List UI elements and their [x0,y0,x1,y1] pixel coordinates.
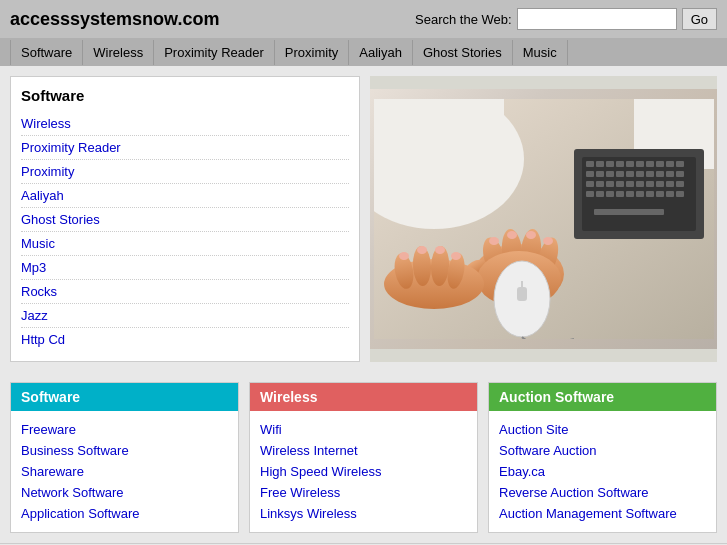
box-header-wireless: Wireless [250,383,477,411]
svg-point-67 [507,231,517,239]
nav-item-proximity[interactable]: Proximity [275,40,349,65]
svg-rect-16 [586,171,594,177]
box-link-wireless-internet[interactable]: Wireless Internet [260,440,467,461]
box-link-free-wireless[interactable]: Free Wireless [260,482,467,503]
search-button[interactable]: Go [682,8,717,30]
nav-item-software[interactable]: Software [10,40,83,65]
svg-rect-39 [616,191,624,197]
svg-rect-29 [616,181,624,187]
svg-rect-2 [374,99,504,199]
bottom-boxes: SoftwareFreewareBusiness SoftwareSharewa… [0,372,727,543]
nav-item-aaliyah[interactable]: Aaliyah [349,40,413,65]
svg-rect-31 [636,181,644,187]
box-link-auction-management-software[interactable]: Auction Management Software [499,503,706,524]
box-link-reverse-auction-software[interactable]: Reverse Auction Software [499,482,706,503]
svg-rect-9 [616,161,624,167]
box-link-auction-site[interactable]: Auction Site [499,419,706,440]
svg-rect-11 [636,161,644,167]
site-title: accesssystemsnow.com [10,9,219,30]
box-link-application-software[interactable]: Application Software [21,503,228,524]
svg-rect-45 [676,191,684,197]
svg-rect-40 [626,191,634,197]
sidebar-link-http-cd[interactable]: Http Cd [21,328,349,351]
sidebar-link-jazz[interactable]: Jazz [21,304,349,328]
box-links-auction-software: Auction SiteSoftware AuctionEbay.caRever… [489,411,716,532]
box-link-freeware[interactable]: Freeware [21,419,228,440]
hero-image [370,89,717,349]
svg-rect-23 [656,171,664,177]
box-link-linksys-wireless[interactable]: Linksys Wireless [260,503,467,524]
svg-rect-46 [594,209,664,215]
sidebar-link-aaliyah[interactable]: Aaliyah [21,184,349,208]
svg-rect-20 [626,171,634,177]
svg-point-64 [435,246,445,254]
sidebar-link-wireless[interactable]: Wireless [21,112,349,136]
box-links-software: FreewareBusiness SoftwareSharewareNetwor… [11,411,238,532]
sidebar-link-music[interactable]: Music [21,232,349,256]
svg-rect-56 [517,287,527,301]
svg-rect-36 [586,191,594,197]
svg-rect-22 [646,171,654,177]
bottom-box-wireless: WirelessWifiWireless InternetHigh Speed … [249,382,478,533]
box-links-wireless: WifiWireless InternetHigh Speed Wireless… [250,411,477,532]
nav-item-proximity-reader[interactable]: Proximity Reader [154,40,275,65]
svg-rect-6 [586,161,594,167]
svg-rect-44 [666,191,674,197]
svg-rect-32 [646,181,654,187]
box-link-ebay.ca[interactable]: Ebay.ca [499,461,706,482]
svg-rect-13 [656,161,664,167]
svg-rect-17 [596,171,604,177]
bottom-box-software: SoftwareFreewareBusiness SoftwareSharewa… [10,382,239,533]
sidebar-link-proximity-reader[interactable]: Proximity Reader [21,136,349,160]
svg-rect-24 [666,171,674,177]
svg-rect-8 [606,161,614,167]
svg-rect-37 [596,191,604,197]
svg-rect-15 [676,161,684,167]
box-header-software: Software [11,383,238,411]
svg-rect-41 [636,191,644,197]
svg-point-62 [399,252,409,260]
svg-rect-43 [656,191,664,197]
search-label: Search the Web: [415,12,512,27]
box-link-software-auction[interactable]: Software Auction [499,440,706,461]
svg-rect-21 [636,171,644,177]
svg-rect-26 [586,181,594,187]
svg-rect-19 [616,171,624,177]
svg-rect-12 [646,161,654,167]
svg-rect-25 [676,171,684,177]
svg-point-63 [417,246,427,254]
svg-rect-28 [606,181,614,187]
svg-rect-35 [676,181,684,187]
box-link-wifi[interactable]: Wifi [260,419,467,440]
sidebar-links: WirelessProximity ReaderProximityAaliyah… [21,112,349,351]
svg-rect-38 [606,191,614,197]
box-link-shareware[interactable]: Shareware [21,461,228,482]
sidebar-link-proximity[interactable]: Proximity [21,160,349,184]
bottom-box-auction-software: Auction SoftwareAuction SiteSoftware Auc… [488,382,717,533]
search-input[interactable] [517,8,677,30]
nav-item-ghost-stories[interactable]: Ghost Stories [413,40,513,65]
svg-rect-10 [626,161,634,167]
sidebar-link-rocks[interactable]: Rocks [21,280,349,304]
svg-point-66 [489,237,499,245]
svg-rect-34 [666,181,674,187]
nav-bar: SoftwareWirelessProximity ReaderProximit… [0,38,727,66]
nav-item-wireless[interactable]: Wireless [83,40,154,65]
box-link-high-speed-wireless[interactable]: High Speed Wireless [260,461,467,482]
header: accesssystemsnow.com Search the Web: Go [0,0,727,38]
search-area: Search the Web: Go [415,8,717,30]
svg-point-69 [543,237,553,245]
svg-rect-27 [596,181,604,187]
box-link-network-software[interactable]: Network Software [21,482,228,503]
svg-rect-30 [626,181,634,187]
nav-item-music[interactable]: Music [513,40,568,65]
svg-point-65 [451,252,461,260]
sidebar-link-ghost-stories[interactable]: Ghost Stories [21,208,349,232]
software-sidebar: Software WirelessProximity ReaderProximi… [10,76,360,362]
sidebar-link-mp3[interactable]: Mp3 [21,256,349,280]
svg-rect-18 [606,171,614,177]
main-content: Software WirelessProximity ReaderProximi… [0,66,727,372]
svg-rect-33 [656,181,664,187]
hero-svg [374,99,714,339]
box-link-business-software[interactable]: Business Software [21,440,228,461]
